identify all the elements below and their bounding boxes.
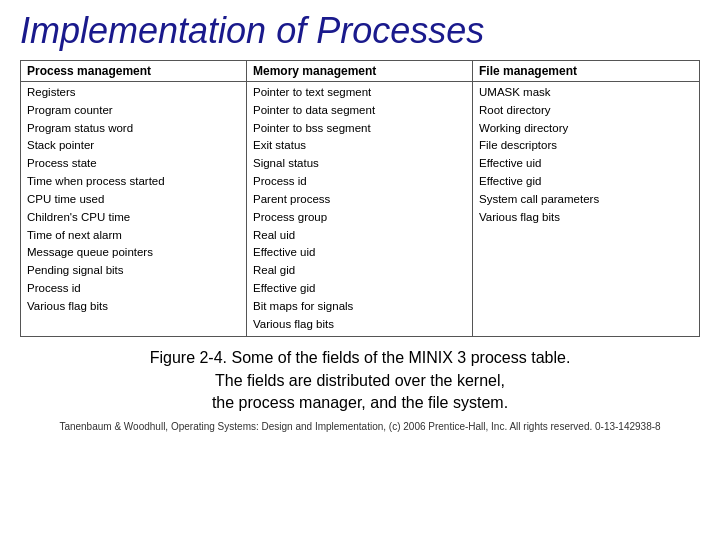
table-cell: Various flag bits xyxy=(479,209,693,227)
caption-line2: The fields are distributed over the kern… xyxy=(20,370,700,392)
page: Implementation of Processes Process mana… xyxy=(0,0,720,540)
table-cell: Effective gid xyxy=(479,173,693,191)
table-cell: CPU time used xyxy=(27,191,240,209)
table-cell: Process id xyxy=(27,280,240,298)
table-cell: Various flag bits xyxy=(27,298,240,316)
table-cell: Process id xyxy=(253,173,466,191)
table-cell: Program status word xyxy=(27,120,240,138)
process-table: Process management Memory management Fil… xyxy=(20,60,700,337)
table-cell: Program counter xyxy=(27,102,240,120)
table-cell: Various flag bits xyxy=(253,316,466,334)
caption-line3: the process manager, and the file system… xyxy=(20,392,700,414)
table-cell: Working directory xyxy=(479,120,693,138)
table-header-row: Process management Memory management Fil… xyxy=(21,61,699,82)
table-cell: Pending signal bits xyxy=(27,262,240,280)
col-process-management: RegistersProgram counterProgram status w… xyxy=(21,82,247,336)
table-cell: Pointer to text segment xyxy=(253,84,466,102)
table-cell: Signal status xyxy=(253,155,466,173)
table-cell: Bit maps for signals xyxy=(253,298,466,316)
table-cell: Effective uid xyxy=(253,244,466,262)
table-cell: Effective gid xyxy=(253,280,466,298)
table-body: RegistersProgram counterProgram status w… xyxy=(21,82,699,336)
page-title: Implementation of Processes xyxy=(20,10,700,52)
table-cell: Parent process xyxy=(253,191,466,209)
col-memory-management: Pointer to text segmentPointer to data s… xyxy=(247,82,473,336)
table-cell: Time of next alarm xyxy=(27,227,240,245)
table-cell: Effective uid xyxy=(479,155,693,173)
col-header-process: Process management xyxy=(21,61,247,81)
table-cell: Real uid xyxy=(253,227,466,245)
table-cell: File descriptors xyxy=(479,137,693,155)
caption-line1: Figure 2-4. Some of the fields of the MI… xyxy=(20,347,700,369)
table-cell: Message queue pointers xyxy=(27,244,240,262)
table-cell: Process group xyxy=(253,209,466,227)
table-cell: Children's CPU time xyxy=(27,209,240,227)
table-cell: Process state xyxy=(27,155,240,173)
col-header-file: File management xyxy=(473,61,699,81)
table-cell: Pointer to bss segment xyxy=(253,120,466,138)
table-cell: Exit status xyxy=(253,137,466,155)
table-cell: Registers xyxy=(27,84,240,102)
footer-text: Tanenbaum & Woodhull, Operating Systems:… xyxy=(20,421,700,432)
table-cell: Pointer to data segment xyxy=(253,102,466,120)
table-cell: Root directory xyxy=(479,102,693,120)
table-cell: Time when process started xyxy=(27,173,240,191)
col-header-memory: Memory management xyxy=(247,61,473,81)
figure-caption: Figure 2-4. Some of the fields of the MI… xyxy=(20,347,700,414)
col-file-management: UMASK maskRoot directoryWorking director… xyxy=(473,82,699,336)
table-cell: System call parameters xyxy=(479,191,693,209)
table-cell: Stack pointer xyxy=(27,137,240,155)
table-cell: Real gid xyxy=(253,262,466,280)
table-cell: UMASK mask xyxy=(479,84,693,102)
